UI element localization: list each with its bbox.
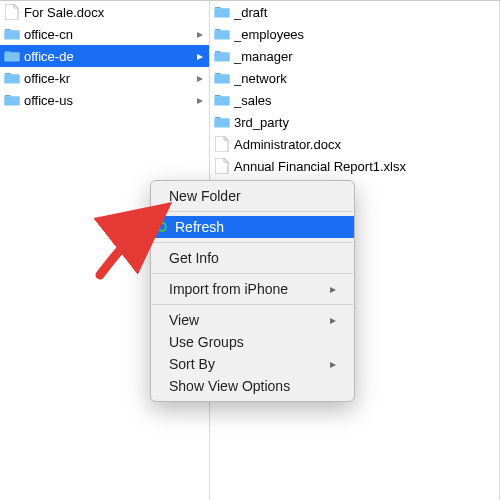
folder-label: _manager	[234, 49, 493, 64]
folder-icon	[214, 70, 230, 86]
folder-row-office-us[interactable]: office-us ▸	[0, 89, 209, 111]
folder-label: office-cn	[24, 27, 193, 42]
context-menu: New Folder Refresh Get Info Import from …	[150, 180, 355, 402]
folder-label: office-de	[24, 49, 193, 64]
folder-label: _sales	[234, 93, 493, 108]
folder-label: office-kr	[24, 71, 193, 86]
menu-label: View	[169, 312, 199, 328]
menu-label: Get Info	[169, 250, 219, 266]
folder-label: 3rd_party	[234, 115, 493, 130]
folder-row[interactable]: _draft	[210, 1, 499, 23]
folder-icon	[214, 4, 230, 20]
menu-label: Refresh	[175, 219, 224, 235]
folder-icon	[4, 26, 20, 42]
menu-import-iphone[interactable]: Import from iPhone ▸	[151, 278, 354, 300]
file-label: Annual Financial Report1.xlsx	[234, 159, 493, 174]
chevron-right-icon: ▸	[197, 93, 203, 107]
file-row[interactable]: Administrator.docx	[210, 133, 499, 155]
docx-icon	[4, 4, 20, 20]
folder-icon	[214, 92, 230, 108]
chevron-right-icon: ▸	[330, 313, 336, 327]
folder-icon	[4, 48, 20, 64]
folder-row[interactable]: _manager	[210, 45, 499, 67]
menu-refresh[interactable]: Refresh	[151, 216, 354, 238]
folder-label: _employees	[234, 27, 493, 42]
menu-label: Sort By	[169, 356, 215, 372]
menu-separator	[152, 242, 353, 243]
menu-label: Import from iPhone	[169, 281, 288, 297]
menu-get-info[interactable]: Get Info	[151, 247, 354, 269]
folder-label: office-us	[24, 93, 193, 108]
chevron-right-icon: ▸	[330, 357, 336, 371]
folder-icon	[4, 70, 20, 86]
folder-icon	[4, 92, 20, 108]
menu-show-view-options[interactable]: Show View Options	[151, 375, 354, 397]
file-row[interactable]: For Sale.docx	[0, 1, 209, 23]
chevron-right-icon: ▸	[330, 282, 336, 296]
folder-icon	[214, 26, 230, 42]
menu-separator	[152, 304, 353, 305]
chevron-right-icon: ▸	[197, 71, 203, 85]
xlsx-icon	[214, 158, 230, 174]
menu-use-groups[interactable]: Use Groups	[151, 331, 354, 353]
folder-icon	[214, 114, 230, 130]
folder-row-office-kr[interactable]: office-kr ▸	[0, 67, 209, 89]
folder-row[interactable]: _employees	[210, 23, 499, 45]
folder-row-office-cn[interactable]: office-cn ▸	[0, 23, 209, 45]
folder-row[interactable]: _sales	[210, 89, 499, 111]
menu-label: Use Groups	[169, 334, 244, 350]
folder-row[interactable]: _network	[210, 67, 499, 89]
menu-view[interactable]: View ▸	[151, 309, 354, 331]
folder-icon	[214, 48, 230, 64]
refresh-icon	[155, 220, 169, 234]
menu-sort-by[interactable]: Sort By ▸	[151, 353, 354, 375]
menu-label: New Folder	[169, 188, 241, 204]
folder-label: _network	[234, 71, 493, 86]
folder-label: _draft	[234, 5, 493, 20]
folder-row[interactable]: 3rd_party	[210, 111, 499, 133]
chevron-right-icon: ▸	[197, 27, 203, 41]
menu-separator	[152, 211, 353, 212]
file-label: Administrator.docx	[234, 137, 493, 152]
menu-separator	[152, 273, 353, 274]
file-row[interactable]: Annual Financial Report1.xlsx	[210, 155, 499, 177]
docx-icon	[214, 136, 230, 152]
menu-label: Show View Options	[169, 378, 290, 394]
file-label: For Sale.docx	[24, 5, 203, 20]
folder-row-office-de[interactable]: office-de ▸	[0, 45, 209, 67]
menu-new-folder[interactable]: New Folder	[151, 185, 354, 207]
chevron-right-icon: ▸	[197, 49, 203, 63]
